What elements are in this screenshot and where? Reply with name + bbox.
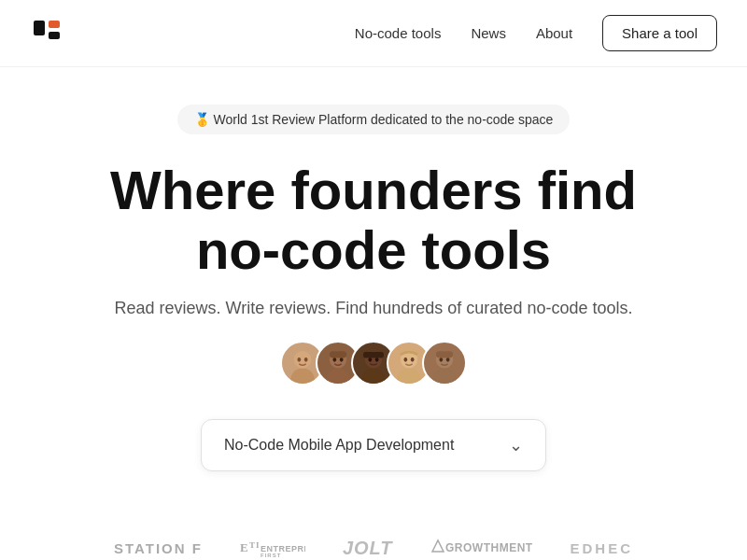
- avatar-5: [422, 341, 467, 385]
- partner-growthmentor: growthmentor: [430, 537, 533, 560]
- svg-rect-18: [363, 352, 384, 357]
- hero-title-line1: Where founders find: [110, 160, 637, 220]
- hero-title: Where founders find no-code tools: [110, 161, 637, 280]
- partner-entrepreneur-first: e Ti ENTREPRENEUR FIRST: [240, 537, 305, 560]
- svg-text:Ti: Ti: [249, 540, 261, 550]
- svg-marker-33: [432, 540, 444, 552]
- svg-rect-2: [49, 32, 60, 39]
- partner-edhec: EDHEC: [571, 540, 634, 556]
- nav-about[interactable]: About: [536, 25, 572, 41]
- user-avatars: [280, 341, 467, 385]
- hero-section: 🥇 World 1st Review Platform dedicated to…: [0, 67, 747, 537]
- share-tool-button[interactable]: Share a tool: [602, 15, 717, 51]
- svg-text:growthmentor: growthmentor: [445, 541, 533, 554]
- hero-subtitle: Read reviews. Write reviews. Find hundre…: [115, 299, 633, 318]
- dropdown-selected-label: No-Code Mobile App Development: [224, 437, 454, 454]
- svg-point-16: [369, 357, 373, 362]
- partners-section: STATION F e Ti ENTREPRENEUR FIRST Jolt g…: [0, 537, 747, 560]
- svg-point-24: [432, 368, 457, 385]
- svg-rect-27: [436, 351, 453, 357]
- svg-point-21: [404, 357, 408, 362]
- nav-news[interactable]: News: [471, 25, 506, 41]
- svg-rect-1: [49, 21, 60, 28]
- svg-rect-0: [34, 21, 45, 35]
- partner-stationf: STATION F: [114, 540, 203, 556]
- svg-text:FIRST: FIRST: [261, 553, 281, 557]
- main-nav: No-code tools News About Share a tool: [355, 15, 717, 51]
- logo[interactable]: [30, 17, 63, 50]
- svg-point-10: [326, 368, 350, 385]
- growthmentor-logo-icon: growthmentor: [430, 537, 533, 557]
- chevron-down-icon: ⌄: [509, 435, 523, 455]
- category-dropdown[interactable]: No-Code Mobile App Development ⌄: [201, 419, 546, 471]
- svg-point-26: [446, 357, 450, 362]
- logo-icon: [30, 17, 63, 50]
- eti-logo-icon: e Ti ENTREPRENEUR FIRST: [240, 537, 305, 557]
- nav-nocode-tools[interactable]: No-code tools: [355, 25, 442, 41]
- partner-jolt: Jolt: [343, 538, 393, 559]
- hero-title-line2: no-code tools: [196, 219, 551, 280]
- badge-text: World 1st Review Platform dedicated to t…: [213, 112, 553, 127]
- badge: 🥇 World 1st Review Platform dedicated to…: [177, 105, 571, 134]
- svg-point-17: [375, 357, 379, 362]
- svg-point-25: [440, 357, 444, 362]
- svg-point-12: [340, 357, 344, 362]
- svg-text:e: e: [240, 540, 248, 554]
- svg-point-20: [397, 368, 421, 385]
- svg-rect-13: [330, 351, 346, 357]
- svg-point-15: [361, 368, 386, 385]
- svg-point-11: [333, 357, 337, 362]
- badge-emoji: 🥇: [194, 112, 210, 127]
- svg-point-22: [411, 357, 415, 362]
